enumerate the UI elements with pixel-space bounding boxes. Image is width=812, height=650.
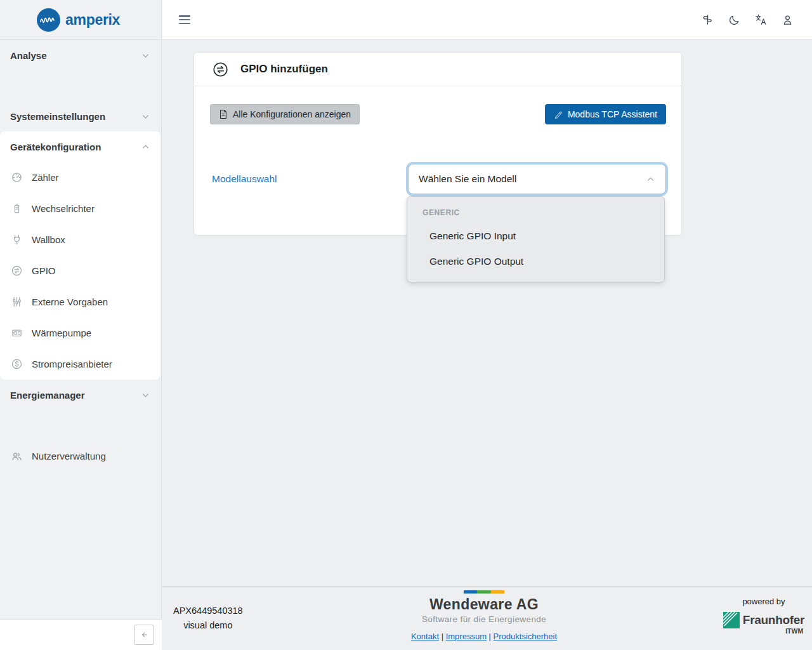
page-title: GPIO hinzufügen [240,63,328,76]
button-label: Modbus TCP Assistent [568,109,657,119]
sidebar: amperix Analyse Systemeinstellungen Gerä… [0,0,162,650]
device-id: APX6449540318 [173,606,243,616]
nav-spacer [0,410,160,441]
button-label: Alle Konfigurationen anzeigen [233,109,351,119]
brand-logo[interactable]: amperix [0,0,161,40]
device-info: APX6449540318 visual demo [173,606,243,630]
option-generic-gpio-output[interactable]: Generic GPIO Output [407,249,664,274]
produktsicherheit-link[interactable]: Produktsicherheit [494,632,557,641]
sidebar-nav: Analyse Systemeinstellungen Gerätekonfig… [0,40,160,619]
wendeware-tagline: Software für die Energiewende [411,614,557,624]
sidebar-item-externe-vorgaben[interactable]: Externe Vorgaben [0,286,160,317]
wendeware-logo: Wendeware AG [411,596,557,613]
sidebar-item-nutzerverwaltung[interactable]: Nutzerverwaltung [0,441,160,471]
nav-spacer [0,70,160,101]
sidebar-item-strompreisanbieter[interactable]: Strompreisanbieter [0,348,160,380]
link-separator: | [489,632,491,641]
wendeware-block: Wendeware AG Software für die Energiewen… [411,590,557,641]
item-label: Wärmepumpe [32,328,91,338]
moon-icon[interactable] [726,11,742,28]
device-mode: visual demo [173,620,243,630]
sidebar-section-geraetekonfiguration[interactable]: Gerätekonfiguration [0,131,160,162]
item-label: Zähler [32,172,59,183]
chevron-down-icon [141,390,150,400]
heat-pump-icon [10,327,23,339]
fraunhofer-logo: Fraunhofer ITWM [726,612,802,635]
item-label: Strompreisanbieter [32,359,112,369]
item-label: Nutzerverwaltung [32,451,106,461]
sidebar-section-systemeinstellungen[interactable]: Systemeinstellungen [0,101,160,131]
user-icon[interactable] [779,11,796,28]
sidebar-section-analyse[interactable]: Analyse [0,40,160,70]
dropdown-group-label: GENERIC [407,206,664,223]
sidebar-section-energiemanager[interactable]: Energiemanager [0,380,160,410]
sidebar-item-zaehler[interactable]: Zähler [0,162,160,193]
chevron-up-icon [646,175,655,184]
footer: APX6449540318 visual demo Wendeware AG S… [162,586,812,650]
item-label: Wallbox [32,234,65,245]
link-separator: | [442,632,443,641]
model-select-label: Modellauswahl [212,173,277,185]
app-window: amperix Analyse Systemeinstellungen Gerä… [0,0,812,650]
sidebar-item-wallbox[interactable]: Wallbox [0,224,160,255]
pen-icon [554,110,563,119]
item-label: Externe Vorgaben [32,296,108,307]
price-icon [10,358,23,370]
sidebar-item-wechselrichter[interactable]: Wechselrichter [0,193,160,224]
option-generic-gpio-input[interactable]: Generic GPIO Input [407,223,664,249]
section-label: Analyse [10,50,141,61]
model-select[interactable]: Wählen Sie ein Modell [408,164,666,194]
signpost-icon[interactable] [699,11,716,28]
select-value: Wählen Sie ein Modell [419,173,646,185]
section-label: Systemeinstellungen [10,111,141,122]
card-header: GPIO hinzufügen [194,53,681,86]
gauge-icon [10,171,23,183]
chevron-down-icon [141,51,150,60]
model-select-row: Modellauswahl Wählen Sie ein Modell [210,164,666,194]
sidebar-group-geraetekonfiguration: Gerätekonfiguration Zähler [0,131,160,380]
kontakt-link[interactable]: Kontakt [411,632,439,641]
translate-icon[interactable] [752,11,769,28]
item-label: GPIO [32,265,56,276]
powered-by-text: powered by [726,597,802,606]
impressum-link[interactable]: Impressum [446,632,487,641]
main-area: GPIO hinzufügen Alle Konfigurationen anz… [162,0,812,650]
inverter-icon [10,202,23,215]
sidebar-item-gpio[interactable]: GPIO [0,255,160,286]
sidebar-item-waermepumpe[interactable]: Wärmepumpe [0,317,160,348]
swap-arrows-icon [212,61,229,78]
users-icon [10,450,23,462]
modbus-tcp-assistant-button[interactable]: Modbus TCP Assistent [545,104,666,124]
section-label: Gerätekonfiguration [10,142,141,152]
model-dropdown: GENERIC Generic GPIO Input Generic GPIO … [407,196,665,282]
sidebar-footer [0,619,162,650]
topbar-icons [699,11,796,28]
collapse-left-icon [139,630,149,640]
chevron-up-icon [141,142,150,152]
show-all-configurations-button[interactable]: Alle Konfigurationen anzeigen [210,104,360,124]
chevron-down-icon [141,112,150,121]
wendeware-color-bar [464,590,504,594]
swap-arrows-icon [10,265,23,277]
item-label: Wechselrichter [32,203,95,214]
content: GPIO hinzufügen Alle Konfigurationen anz… [162,40,812,586]
collapse-sidebar-button[interactable] [134,625,154,645]
document-icon [219,109,228,119]
powered-by-block: powered by Fraunhofer ITWM [726,597,802,635]
plug-icon [10,234,23,246]
fraunhofer-name: Fraunhofer [743,612,804,628]
amperix-logo-icon [37,8,60,32]
sliders-icon [10,296,23,308]
section-label: Energiemanager [10,390,141,401]
brand-name: amperix [65,11,120,29]
footer-links: Kontakt | Impressum | Produktsicherheit [411,632,557,641]
hamburger-icon[interactable] [179,15,190,24]
fraunhofer-mark-icon [723,612,740,628]
button-row: Alle Konfigurationen anzeigen Modbus TCP… [210,104,666,124]
topbar [162,0,812,40]
